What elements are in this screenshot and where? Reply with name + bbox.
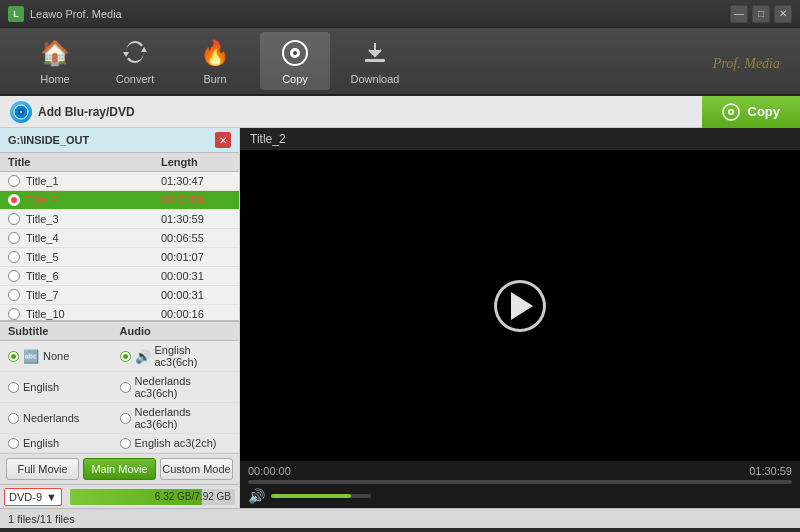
subtitle-header: Subtitle (8, 325, 120, 337)
audio-value: English ac3(2ch) (135, 437, 217, 449)
main-movie-button[interactable]: Main Movie (83, 458, 156, 480)
title-radio[interactable] (8, 289, 20, 301)
length-column-header: Length (161, 156, 231, 168)
disc-close-button[interactable]: ✕ (215, 132, 231, 148)
volume-icon: 🔊 (248, 488, 265, 504)
subtitle-value: English (23, 437, 59, 449)
title-row[interactable]: Title_6 00:00:31 (0, 267, 239, 286)
disc-header: G:\INSIDE_OUT ✕ (0, 128, 239, 153)
home-icon: 🏠 (39, 37, 71, 69)
video-area[interactable] (240, 150, 800, 461)
subtitle-radio[interactable] (8, 382, 19, 393)
custom-mode-button[interactable]: Custom Mode (160, 458, 233, 480)
audio-col: English ac3(2ch) (120, 437, 232, 449)
audio-value: English ac3(6ch) (155, 344, 232, 368)
title-bar-left: L Leawo Prof. Media (8, 6, 122, 22)
toolbar-convert-label: Convert (116, 73, 155, 85)
toolbar-burn[interactable]: 🔥 Burn (180, 32, 250, 90)
title-name: Title_4 (26, 232, 161, 244)
audio-value: Nederlands ac3(6ch) (135, 406, 232, 430)
title-radio[interactable] (8, 308, 20, 320)
burn-icon: 🔥 (199, 37, 231, 69)
title-length: 00:00:31 (161, 270, 231, 282)
title-name: Title_3 (26, 213, 161, 225)
title-radio[interactable] (8, 270, 20, 282)
title-name: Title_5 (26, 251, 161, 263)
title-row[interactable]: Title_2 01:30:59 (0, 191, 239, 210)
minimize-button[interactable]: — (730, 5, 748, 23)
audio-col: 🔊 English ac3(6ch) (120, 344, 232, 368)
volume-bar[interactable] (271, 494, 371, 498)
video-controls: 00:00:00 01:30:59 🔊 (240, 461, 800, 508)
audio-radio[interactable] (120, 351, 131, 362)
subtitle-col: English (8, 437, 120, 449)
time-row: 00:00:00 01:30:59 (248, 465, 792, 477)
subtitle-value: English (23, 381, 59, 393)
title-name: Title_2 (26, 194, 161, 206)
full-movie-button[interactable]: Full Movie (6, 458, 79, 480)
copy-main-button[interactable]: Copy (702, 96, 801, 128)
svg-point-9 (729, 110, 731, 112)
toolbar-convert[interactable]: Convert (100, 32, 170, 90)
add-disc-icon (10, 101, 32, 123)
toolbar-home-label: Home (40, 73, 69, 85)
title-length: 00:01:07 (161, 251, 231, 263)
toolbar-download-label: Download (351, 73, 400, 85)
dropdown-icon: ▼ (46, 491, 57, 503)
status-bar: 1 files/11 files (0, 508, 800, 528)
toolbar-copy[interactable]: Copy (260, 32, 330, 90)
title-row[interactable]: Title_7 00:00:31 (0, 286, 239, 305)
restore-button[interactable]: □ (752, 5, 770, 23)
title-radio[interactable] (8, 194, 20, 206)
title-length: 00:00:16 (161, 308, 231, 320)
title-row[interactable]: Title_1 01:30:47 (0, 172, 239, 191)
title-length: 01:30:59 (161, 213, 231, 225)
subtitle-radio[interactable] (8, 438, 19, 449)
sub-audio-header: Subtitle Audio (0, 322, 239, 341)
audio-value: Nederlands ac3(6ch) (135, 375, 232, 399)
app-title: Leawo Prof. Media (30, 8, 122, 20)
title-radio[interactable] (8, 175, 20, 187)
subtitle-value: None (43, 350, 69, 362)
toolbar-home[interactable]: 🏠 Home (20, 32, 90, 90)
subtitle-radio[interactable] (8, 351, 19, 362)
sub-audio-row: 🔤 None 🔊 English ac3(6ch) (0, 341, 239, 372)
title-radio[interactable] (8, 213, 20, 225)
close-button[interactable]: ✕ (774, 5, 792, 23)
title-column-header: Title (8, 156, 161, 168)
toolbar-download[interactable]: Download (340, 32, 410, 90)
audio-radio[interactable] (120, 438, 131, 449)
title-row[interactable]: Title_10 00:00:16 (0, 305, 239, 320)
add-bluray-button[interactable]: Add Blu-ray/DVD (10, 101, 135, 123)
audio-header: Audio (120, 325, 232, 337)
video-panel: Title_2 00:00:00 01:30:59 🔊 (240, 128, 800, 508)
toolbar: 🏠 Home Convert 🔥 Burn Copy (0, 28, 800, 96)
disc-title: G:\INSIDE_OUT (8, 134, 89, 146)
title-length: 01:30:59 (161, 194, 231, 206)
copy-icon (279, 37, 311, 69)
play-button[interactable] (494, 280, 546, 332)
second-bar: Add Blu-ray/DVD Copy (0, 96, 800, 128)
subtitle-radio[interactable] (8, 413, 19, 424)
dvd-selector[interactable]: DVD-9 ▼ (4, 488, 62, 506)
progress-bar: 6.32 GB/7.92 GB (70, 489, 235, 505)
audio-radio[interactable] (120, 382, 131, 393)
time-total: 01:30:59 (749, 465, 792, 477)
brand-name: Prof. Media (713, 56, 780, 71)
title-row[interactable]: Title_5 00:01:07 (0, 248, 239, 267)
title-name: Title_10 (26, 308, 161, 320)
status-text: 1 files/11 files (8, 513, 75, 525)
title-row[interactable]: Title_3 01:30:59 (0, 210, 239, 229)
volume-fill (271, 494, 351, 498)
left-panel: G:\INSIDE_OUT ✕ Title Length Title_1 01:… (0, 128, 240, 508)
title-name: Title_7 (26, 289, 161, 301)
toolbar-copy-label: Copy (282, 73, 308, 85)
volume-row: 🔊 (248, 488, 792, 504)
copy-button-label: Copy (748, 104, 781, 119)
title-row[interactable]: Title_4 00:06:55 (0, 229, 239, 248)
title-radio[interactable] (8, 232, 20, 244)
title-radio[interactable] (8, 251, 20, 263)
audio-col: Nederlands ac3(6ch) (120, 406, 232, 430)
seek-bar[interactable] (248, 480, 792, 484)
audio-radio[interactable] (120, 413, 131, 424)
